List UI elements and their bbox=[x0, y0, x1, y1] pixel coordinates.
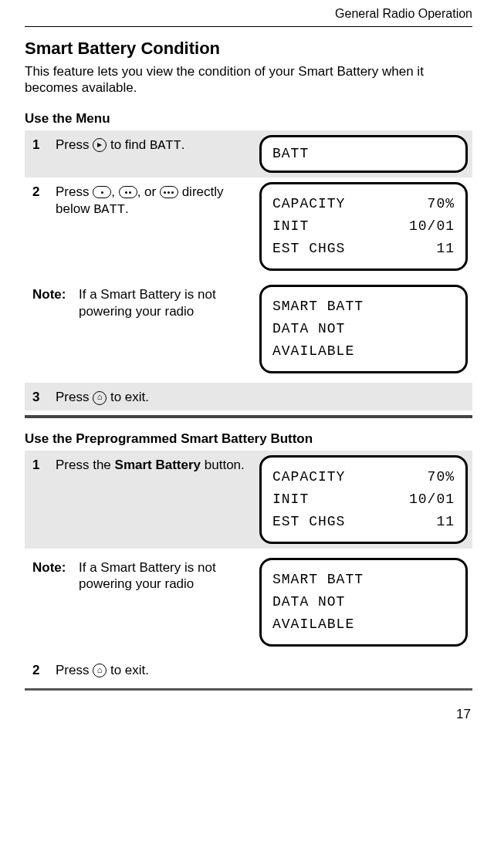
step-text: Press ⌂ to exit. bbox=[56, 387, 468, 406]
page-number: 17 bbox=[25, 706, 472, 723]
display-screen-not-available: SMART BATT DATA NOT AVAILABLE bbox=[259, 285, 468, 373]
subsection2-title: Use the Preprogrammed Smart Battery Butt… bbox=[25, 431, 472, 448]
subsection1-title: Use the Menu bbox=[25, 110, 472, 127]
note-text: If a Smart Battery is not powering your … bbox=[79, 285, 252, 320]
softkey-3-icon bbox=[160, 186, 178, 198]
home-icon: ⌂ bbox=[93, 664, 107, 677]
step-number: 2 bbox=[32, 182, 48, 201]
note-label: Note: bbox=[32, 285, 71, 303]
divider-rule bbox=[25, 415, 472, 418]
display-screen-batt: BATT bbox=[259, 135, 468, 173]
home-icon: ⌂ bbox=[93, 391, 107, 405]
step-text: Press ⌂ to exit. bbox=[56, 660, 468, 679]
step-number: 2 bbox=[32, 660, 48, 679]
step-text: Press ▸ to find BATT. bbox=[56, 135, 252, 154]
navigate-icon: ▸ bbox=[93, 138, 107, 152]
divider-rule bbox=[25, 688, 472, 691]
softkey-2-icon bbox=[119, 186, 137, 198]
step-number: 1 bbox=[32, 135, 48, 154]
section-title: Smart Battery Condition bbox=[25, 38, 472, 59]
menu-step-3: 3 Press ⌂ to exit. bbox=[25, 383, 472, 410]
button-step-2: 2 Press ⌂ to exit. bbox=[25, 656, 472, 684]
button-step-1: 1 Press the Smart Battery button. CAPACI… bbox=[25, 451, 472, 549]
menu-step-2: 2 Press , , or directly below BATT. CAPA… bbox=[25, 177, 472, 275]
step-text: Press , , or directly below BATT. bbox=[56, 182, 252, 218]
menu-step-1: 1 Press ▸ to find BATT. BATT bbox=[25, 130, 472, 177]
note-label: Note: bbox=[32, 558, 71, 576]
step-text: Press the Smart Battery button. bbox=[56, 455, 252, 474]
step-number: 1 bbox=[32, 455, 48, 474]
button-note: Note: If a Smart Battery is not powering… bbox=[25, 553, 472, 651]
note-text: If a Smart Battery is not powering your … bbox=[79, 558, 252, 593]
menu-note: Note: If a Smart Battery is not powering… bbox=[25, 280, 472, 378]
intro-text: This feature lets you view the condition… bbox=[25, 63, 472, 97]
step-number: 3 bbox=[32, 387, 48, 406]
running-header: General Radio Operation bbox=[25, 6, 472, 26]
softkey-1-icon bbox=[93, 186, 111, 198]
display-screen-not-available: SMART BATT DATA NOT AVAILABLE bbox=[259, 558, 468, 647]
header-rule bbox=[25, 26, 472, 27]
display-screen-capacity: CAPACITY70% INIT10/01 EST CHGS11 bbox=[259, 455, 468, 544]
display-screen-capacity: CAPACITY70% INIT10/01 EST CHGS11 bbox=[259, 182, 468, 271]
